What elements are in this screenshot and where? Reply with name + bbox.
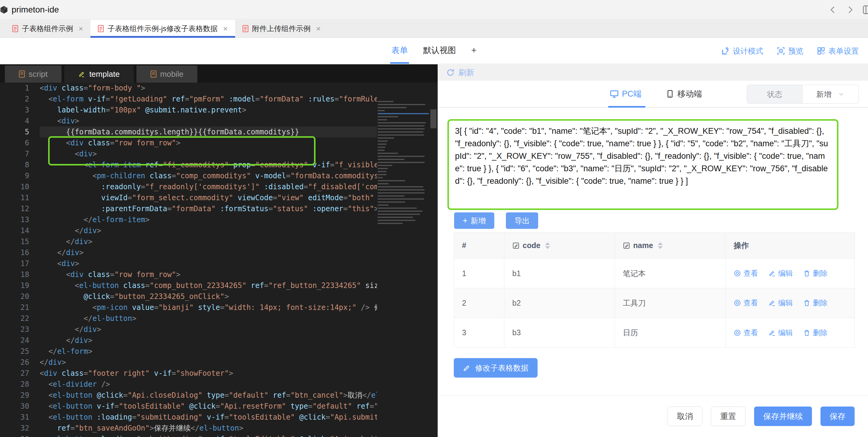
close-icon[interactable]: × [79, 24, 83, 33]
code-line[interactable]: <div> [40, 116, 377, 126]
cell-index: 1 [454, 259, 504, 288]
view-icon [734, 299, 741, 307]
code-line[interactable]: @click="button_22334265_onClick"> [40, 291, 377, 302]
refresh-bar: 刷新 [438, 64, 868, 81]
design-mode-label: 设计模式 [733, 46, 763, 56]
app-window: primeton-ide 子表格组件示例 × 子表格组件示例-js修改子表格数据… [0, 0, 868, 437]
code-line[interactable]: <div> [40, 258, 377, 269]
file-tab[interactable]: 子表格组件示例-js修改子表格数据 × [90, 20, 235, 37]
col-name[interactable]: name [615, 233, 726, 259]
edit-icon [768, 270, 776, 277]
editor-tab[interactable]: template [64, 65, 134, 83]
code-line[interactable]: </div> [40, 357, 377, 368]
add-row-button[interactable]: + 新增 [454, 212, 494, 229]
reset-button[interactable]: 重置 [711, 407, 746, 426]
sort-icon[interactable] [545, 242, 550, 249]
code-line[interactable]: </div> [40, 236, 377, 247]
code-line[interactable]: </div> [40, 247, 377, 258]
file-tab[interactable]: 附件上传组件示例 × [235, 20, 328, 37]
code-line[interactable]: </div> [40, 335, 377, 346]
tab-pc[interactable]: PC端 [610, 81, 642, 107]
history-forward-button[interactable] [845, 5, 855, 14]
phone-icon [666, 90, 674, 98]
code-line[interactable]: <div class="row form_row"> [40, 269, 377, 280]
export-button[interactable]: 导出 [506, 212, 538, 229]
delete-link[interactable]: 删除 [803, 298, 828, 308]
tab-mobile[interactable]: 移动端 [666, 81, 702, 107]
col-actions: 操作 [726, 233, 855, 259]
modify-subtable-button[interactable]: 修改子表格数据 [454, 358, 537, 378]
editor-tab-icon [151, 70, 157, 78]
view-link[interactable]: 查看 [734, 268, 758, 278]
code-line[interactable]: <el-button class="comp_button_22334265" … [40, 280, 377, 291]
preview-button[interactable]: 预览 [777, 46, 803, 56]
history-back-button[interactable] [828, 5, 838, 14]
col-code[interactable]: code [504, 233, 615, 259]
edit-link[interactable]: 编辑 [768, 268, 793, 278]
editor-tab-bar: script template mobile [0, 64, 438, 83]
delete-link[interactable]: 删除 [803, 268, 828, 278]
code-line[interactable]: :parentFormData="formData" :formStatus="… [40, 203, 377, 214]
editor-tab[interactable]: mobile [136, 65, 198, 83]
save-and-continue-button[interactable]: 保存并继续 [754, 407, 812, 426]
app-logo-icon [0, 5, 8, 14]
preview-content: 3[ { "id": "4", "code": "b1", "name": "笔… [438, 108, 868, 436]
code-line[interactable]: <div> [40, 148, 377, 159]
view-tab-label: + [471, 45, 477, 55]
code-lines[interactable]: <div class="form-body "> <el-form v-if="… [40, 83, 377, 437]
code-line[interactable]: <div class="form-body "> [40, 83, 377, 93]
code-line[interactable]: </el-form> [40, 346, 377, 357]
close-icon[interactable]: × [316, 24, 321, 33]
view-link[interactable]: 查看 [734, 328, 758, 338]
cancel-button[interactable]: 取消 [668, 407, 702, 426]
file-tab[interactable]: 子表格组件示例 × [5, 20, 90, 37]
cell-code: b3 [504, 318, 615, 347]
code-line[interactable]: </div> [40, 324, 377, 335]
code-line[interactable]: <el-button :loading="submitLoading" v-if… [40, 412, 377, 423]
editor-scrollbar[interactable] [429, 101, 438, 437]
code-line[interactable]: <el-form v-if="!getLoading" ref="pmForm"… [40, 93, 377, 105]
sort-icon[interactable] [658, 242, 663, 249]
design-mode-button[interactable]: 设计模式 [721, 46, 763, 56]
view-link[interactable]: 查看 [734, 298, 758, 308]
editor-scrollbar-thumb[interactable] [430, 109, 436, 128]
view-tab[interactable]: + [470, 38, 478, 64]
form-settings-button[interactable]: 表单设置 [817, 46, 859, 56]
window-tool-icon[interactable] [863, 5, 868, 15]
form-footer: 取消 重置 保存并继续 保存 [668, 407, 855, 426]
code-line[interactable]: <div class="row form_row"> [40, 138, 377, 148]
code-line[interactable]: label-width="100px" @submit.native.preve… [40, 105, 377, 116]
refresh-icon[interactable] [446, 68, 455, 77]
delete-link[interactable]: 删除 [803, 328, 828, 338]
save-button[interactable]: 保存 [820, 407, 855, 426]
code-line[interactable]: <el-form-item ref="fi_commoditys" prop="… [40, 159, 377, 170]
code-line[interactable]: </div> [40, 225, 377, 236]
code-line[interactable]: ref="btn_saveAndGoOn">保存并继续</el-button> [40, 423, 377, 434]
editor-tab[interactable]: script [5, 65, 62, 83]
code-line[interactable]: <el-button @click="Api.closeDialog" type… [40, 390, 377, 401]
status-select-value[interactable]: 新增 [803, 85, 859, 103]
code-line[interactable]: <el-button v-if="toolsEditable" @click="… [40, 401, 377, 412]
code-line[interactable]: :readonly="f_readonly['commoditys']" :di… [40, 181, 377, 192]
code-line[interactable]: </el-button> [40, 313, 377, 324]
code-area[interactable]: 1234567891011121314151617181920212223242… [0, 83, 438, 437]
code-line[interactable]: <pm-children class="comp_commoditys" v-m… [40, 170, 377, 181]
view-toolbar: 设计模式 预览 表单设置 [721, 38, 859, 64]
minimap[interactable] [378, 101, 429, 437]
close-icon[interactable]: × [223, 24, 228, 33]
view-tab[interactable]: 默认视图 [422, 38, 457, 64]
code-line[interactable]: </el-form-item> [40, 214, 377, 225]
edit-link[interactable]: 编辑 [768, 298, 793, 308]
code-line[interactable]: <el-button :loading="submitLoading" v-if… [40, 434, 377, 437]
json-output-box: 3[ { "id": "4", "code": "b1", "name": "笔… [447, 119, 838, 210]
code-line[interactable]: <el-divider /> [40, 379, 377, 390]
trash-icon [803, 329, 810, 337]
view-tab[interactable]: 表单 [390, 38, 409, 64]
status-select[interactable]: 状态 新增 [747, 85, 859, 104]
refresh-label[interactable]: 刷新 [458, 67, 474, 78]
code-line[interactable]: viewId="form_select.commodity" viewCode=… [40, 192, 377, 203]
code-line[interactable]: <pm-icon value="bianji" style="width: 14… [40, 302, 377, 313]
code-line[interactable]: {{formData.commoditys.length}}{{formData… [40, 126, 377, 138]
code-line[interactable]: <div class="footer right" v-if="showFoot… [40, 368, 377, 379]
edit-link[interactable]: 编辑 [768, 328, 793, 338]
